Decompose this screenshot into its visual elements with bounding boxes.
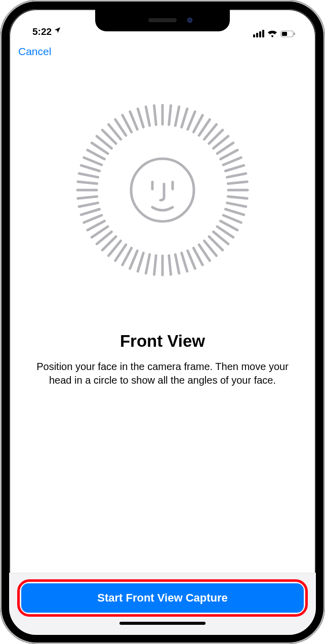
svg-line-32 [81,209,99,215]
svg-line-30 [88,221,105,230]
svg-line-56 [193,115,202,132]
svg-line-23 [130,251,138,268]
svg-line-34 [78,197,97,199]
battery-icon [280,30,296,37]
svg-line-15 [188,251,195,268]
svg-line-65 [227,173,246,177]
svg-line-52 [169,106,171,125]
page-title: Front View [120,332,205,351]
svg-line-33 [79,203,98,206]
svg-line-50 [154,106,156,125]
svg-line-66 [228,182,247,184]
svg-line-46 [123,115,132,132]
svg-line-37 [79,173,98,177]
svg-line-36 [78,182,97,184]
status-time: 5:22 [32,26,52,37]
svg-line-40 [88,150,105,159]
svg-line-21 [146,255,149,273]
annotation-highlight: Start Front View Capture [17,579,308,617]
svg-line-47 [130,112,138,129]
cancel-button[interactable]: Cancel [18,45,51,58]
wifi-icon [267,30,277,37]
page-description: Position your face in the camera frame. … [36,360,289,387]
phone-speaker [148,18,177,22]
svg-line-22 [138,253,143,271]
svg-line-53 [175,107,179,125]
svg-line-54 [182,109,187,127]
svg-line-7 [223,215,241,223]
svg-line-55 [188,112,195,129]
svg-line-31 [84,215,102,223]
status-left: 5:22 [23,26,61,37]
svg-line-24 [123,248,132,265]
svg-line-20 [154,255,156,274]
svg-line-6 [225,209,243,215]
svg-line-48 [138,109,143,127]
status-right [253,30,302,37]
face-id-setup-icon [71,99,254,281]
svg-rect-2 [294,32,295,35]
svg-line-18 [169,255,171,274]
svg-line-17 [175,255,179,273]
location-arrow-icon [54,26,61,36]
nav-bar: Cancel [9,39,316,64]
svg-rect-1 [282,32,287,36]
svg-line-4 [228,197,247,199]
svg-line-8 [221,221,238,230]
screen: 5:22 [9,9,316,635]
phone-frame: 5:22 [0,0,325,644]
phone-front-camera [187,18,192,23]
cellular-signal-icon [253,30,264,37]
svg-line-38 [81,165,99,171]
svg-line-49 [146,107,149,125]
phone-notch [95,9,230,31]
svg-line-64 [225,165,243,171]
svg-line-16 [182,253,187,271]
svg-line-39 [84,158,102,165]
svg-line-14 [193,248,202,265]
svg-line-5 [227,203,246,206]
svg-point-67 [131,159,194,221]
start-capture-button[interactable]: Start Front View Capture [21,583,304,613]
content-area: Front View Position your face in the cam… [9,64,316,573]
home-indicator[interactable] [119,622,206,625]
footer-area: Start Front View Capture [9,573,316,635]
svg-line-63 [223,158,241,165]
svg-line-62 [221,150,238,159]
